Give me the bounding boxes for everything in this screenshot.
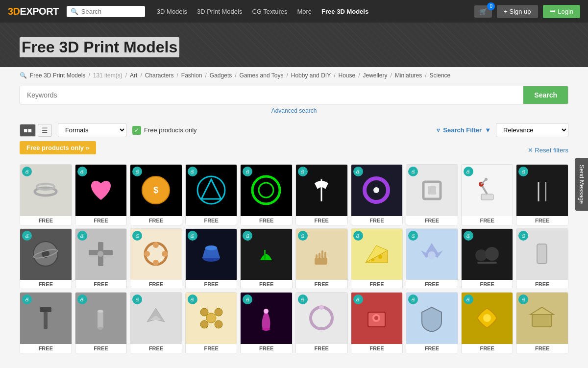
product-card[interactable]: 🖨 FREE — [75, 164, 127, 225]
cart-badge: 0 — [487, 2, 495, 10]
product-card[interactable]: 🖨 FREE — [351, 292, 403, 353]
product-card[interactable]: 🖨 FREE — [185, 292, 238, 353]
format-select[interactable]: Formats — [58, 123, 126, 137]
nav-3d-models[interactable]: 3D Models — [157, 8, 187, 15]
nav-more[interactable]: More — [297, 8, 312, 15]
card-thumbnail — [85, 238, 117, 270]
product-card[interactable]: 🖨 FREE — [185, 228, 238, 290]
product-card[interactable]: 🖨 FREE — [240, 292, 293, 353]
breadcrumb-art[interactable]: Art — [130, 72, 137, 79]
breadcrumb-fashion[interactable]: Fashion — [181, 72, 202, 79]
card-thumbnail — [416, 238, 448, 270]
nav-cg-textures[interactable]: CG Textures — [252, 8, 287, 15]
product-card[interactable]: 🖨 FREE — [20, 164, 72, 225]
breadcrumb-science[interactable]: Science — [430, 72, 451, 79]
card-price-label: FREE — [296, 216, 347, 225]
svg-marker-68 — [530, 307, 554, 315]
grid-view-button[interactable]: ■■ — [20, 124, 36, 137]
print-icon: 🖨 — [188, 294, 197, 304]
breadcrumb-miniatures[interactable]: Miniatures — [395, 72, 422, 79]
search-filter-button[interactable]: ▿ Search Filter ▼ — [437, 126, 491, 134]
product-card[interactable]: 🖨 FREE — [406, 292, 458, 353]
product-card[interactable]: 🖨 FREE — [295, 164, 348, 225]
product-card[interactable]: 🖨 FREE — [516, 228, 568, 290]
send-message-button[interactable]: Send Message — [575, 157, 588, 210]
print-icon: 🖨 — [408, 231, 418, 241]
breadcrumb-characters[interactable]: Characters — [145, 72, 174, 79]
breadcrumb-jewellery[interactable]: Jewellery — [363, 72, 388, 79]
breadcrumb-gadgets[interactable]: Gadgets — [210, 72, 232, 79]
svg-point-30 — [162, 251, 168, 257]
card-price-label: FREE — [186, 216, 237, 225]
product-grid-row-3: 🖨 FREE 🖨 FREE 🖨 — [20, 292, 568, 353]
list-view-button[interactable]: ☰ — [38, 124, 52, 137]
search-button[interactable]: Search — [523, 86, 568, 104]
product-card[interactable]: 🖨 FREE — [240, 164, 293, 225]
cart-button[interactable]: 🛒 0 — [474, 5, 492, 18]
product-card[interactable]: 🖨 FREE — [461, 228, 514, 290]
free-only-filter[interactable]: ✓ Free products only — [132, 126, 197, 135]
header-search-box[interactable]: 🔍 — [67, 6, 145, 17]
product-card[interactable]: 🖨 FREE — [20, 228, 72, 290]
product-card[interactable]: 🖨 FREE — [461, 292, 514, 353]
free-only-checkbox[interactable]: ✓ — [132, 126, 141, 135]
signup-button[interactable]: + Sign up — [497, 5, 538, 18]
sort-select[interactable]: Relevance Newest Price: Low to High Pric… — [496, 123, 568, 137]
chevron-down-icon: ▼ — [485, 126, 491, 134]
card-price-label: FREE — [75, 216, 127, 225]
svg-rect-39 — [315, 258, 327, 265]
product-card[interactable]: 🖨 FREE — [351, 228, 403, 290]
svg-point-54 — [200, 308, 208, 316]
print-icon: 🖨 — [464, 167, 473, 176]
svg-point-62 — [319, 305, 324, 310]
card-thumbnail — [416, 302, 448, 334]
search-icon-small: 🔍 — [20, 72, 27, 79]
card-price-label: FREE — [241, 344, 292, 353]
login-button[interactable]: ⮕ Login — [543, 5, 580, 18]
product-card[interactable]: 🖨 FREE — [295, 228, 348, 290]
product-card[interactable]: 🖨 FREE — [351, 164, 403, 225]
site-logo[interactable]: 3DEXPORT — [8, 6, 59, 17]
card-price-label: FREE — [351, 280, 403, 289]
card-thumbnail — [30, 302, 62, 334]
product-card[interactable]: 🖨 FREE — [130, 228, 182, 290]
breadcrumb-house[interactable]: House — [338, 72, 355, 79]
product-card[interactable]: 🖨 FREE — [406, 164, 458, 225]
breadcrumb-hobby-and-diy[interactable]: Hobby and DIY — [291, 72, 331, 79]
product-card[interactable]: 🖨 FREE — [185, 164, 238, 225]
product-card[interactable]: 🖨 FREE — [516, 164, 568, 225]
header-search-input[interactable] — [81, 8, 140, 15]
breadcrumb-sep-2: / — [125, 72, 127, 79]
card-thumbnail: $ — [140, 174, 172, 206]
card-price-label: FREE — [20, 344, 72, 353]
product-card[interactable]: 🖨 FREE — [75, 228, 127, 290]
product-card[interactable]: 🖨 $ FREE — [130, 164, 182, 225]
product-card[interactable]: 🖨 FREE — [406, 228, 458, 290]
logo-3d: 3D — [8, 6, 20, 17]
product-card[interactable]: 🖨 FREE — [130, 292, 182, 353]
advanced-search-link[interactable]: Advanced search — [271, 107, 317, 114]
product-card[interactable]: 🖨 FREE — [295, 292, 348, 353]
card-thumbnail — [28, 173, 63, 207]
product-card[interactable]: 🖨 FREE — [75, 292, 127, 353]
print-icon: 🖨 — [77, 231, 87, 241]
product-card[interactable]: 🖨 FREE — [20, 292, 72, 353]
advanced-search-link-container: Advanced search — [20, 104, 568, 117]
card-thumbnail — [526, 238, 558, 270]
svg-point-59 — [262, 328, 270, 331]
main-nav: 3D Models 3D Print Models CG Textures Mo… — [157, 8, 368, 15]
breadcrumb-games-and-toys[interactable]: Games and Toys — [240, 72, 284, 79]
card-price-label: FREE — [20, 280, 72, 289]
product-card[interactable]: 🖨 FREE — [240, 228, 293, 290]
breadcrumb-root[interactable]: Free 3D Print Models — [30, 72, 85, 79]
free-products-badge[interactable]: Free products only » — [20, 141, 96, 154]
card-price-label: FREE — [186, 344, 237, 353]
print-icon: 🖨 — [243, 231, 252, 241]
nav-free-3d-models[interactable]: Free 3D Models — [321, 8, 368, 15]
reset-filters-button[interactable]: ✕ Reset filters — [528, 147, 568, 154]
product-card[interactable]: 🖨 FREE — [461, 164, 514, 225]
keywords-input[interactable] — [20, 86, 523, 104]
print-icon: 🖨 — [77, 294, 87, 304]
product-card[interactable]: 🖨 FREE — [516, 292, 568, 353]
nav-3d-print-models[interactable]: 3D Print Models — [197, 8, 242, 15]
